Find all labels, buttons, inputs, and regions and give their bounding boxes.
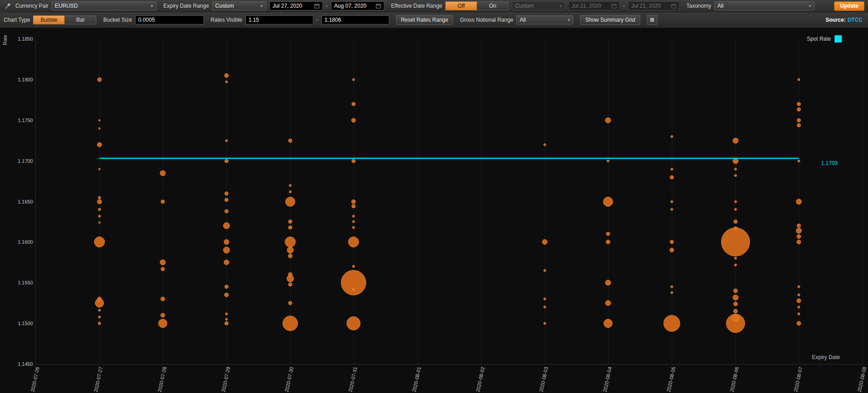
effective-on-button[interactable]: On [477, 1, 509, 10]
data-bubble[interactable] [225, 318, 228, 321]
data-bubble[interactable] [225, 80, 228, 83]
data-bubble[interactable] [733, 289, 738, 293]
data-bubble[interactable] [543, 269, 546, 272]
data-bubble[interactable] [224, 260, 229, 265]
data-bubble[interactable] [160, 170, 166, 176]
data-bubble[interactable] [670, 285, 673, 288]
data-bubble[interactable] [797, 298, 801, 303]
data-bubble[interactable] [285, 197, 295, 207]
data-bubble[interactable] [670, 291, 673, 294]
data-bubble[interactable] [225, 322, 229, 326]
expiry-to-date-input[interactable]: Aug 07, 2020 [331, 1, 384, 10]
rates-max-input[interactable] [321, 15, 389, 24]
data-bubble[interactable] [734, 168, 737, 170]
data-bubble[interactable] [97, 142, 102, 147]
currency-pair-select[interactable]: EURUSD ▼ [52, 1, 156, 10]
data-bubble[interactable] [288, 220, 292, 224]
data-bubble[interactable] [223, 247, 230, 254]
data-bubble[interactable] [797, 102, 801, 106]
data-bubble[interactable] [288, 272, 292, 277]
data-bubble[interactable] [98, 322, 101, 325]
data-bubble[interactable] [797, 224, 801, 228]
data-bubble[interactable] [797, 306, 800, 308]
rates-min-input[interactable] [245, 15, 313, 24]
data-bubble[interactable] [734, 200, 737, 203]
data-bubble[interactable] [98, 215, 101, 218]
data-bubble[interactable] [670, 200, 673, 203]
data-bubble[interactable] [605, 117, 611, 123]
data-bubble[interactable] [734, 257, 737, 260]
data-bubble[interactable] [158, 319, 167, 328]
data-bubble[interactable] [224, 293, 229, 297]
data-bubble[interactable] [543, 298, 546, 300]
export-grid-button[interactable] [647, 15, 657, 25]
data-bubble[interactable] [542, 239, 547, 245]
data-bubble[interactable] [352, 159, 356, 163]
expiry-from-date-input[interactable]: Jul 27, 2020 [269, 1, 323, 10]
update-button[interactable]: Update [834, 1, 864, 11]
data-bubble[interactable] [160, 297, 165, 301]
data-bubble[interactable] [225, 198, 229, 202]
data-bubble[interactable] [734, 174, 737, 177]
data-bubble[interactable] [288, 282, 292, 286]
data-bubble[interactable] [796, 228, 802, 234]
data-bubble[interactable] [94, 237, 105, 247]
data-bubble[interactable] [289, 184, 292, 187]
data-bubble[interactable] [98, 127, 100, 129]
expiry-date-range-select[interactable]: Custom ▼ [212, 1, 266, 10]
taxonomy-select[interactable]: All ▼ [714, 1, 815, 10]
data-bubble[interactable] [97, 199, 102, 204]
data-bubble[interactable] [733, 226, 737, 230]
data-bubble[interactable] [797, 240, 801, 244]
data-bubble[interactable] [797, 285, 800, 288]
data-bubble[interactable] [351, 118, 356, 123]
data-bubble[interactable] [287, 247, 293, 254]
data-bubble[interactable] [285, 237, 296, 247]
data-bubble[interactable] [543, 322, 546, 325]
data-bubble[interactable] [797, 78, 800, 81]
data-bubble[interactable] [352, 215, 355, 218]
data-bubble[interactable] [160, 260, 166, 265]
data-bubble[interactable] [670, 175, 674, 179]
data-bubble[interactable] [97, 297, 102, 301]
data-bubble[interactable] [161, 199, 165, 204]
data-bubble[interactable] [605, 300, 611, 306]
effective-date-range-select[interactable]: Custom ▼ [512, 1, 565, 10]
data-bubble[interactable] [734, 264, 737, 266]
data-bubble[interactable] [606, 232, 610, 236]
data-bubble[interactable] [225, 209, 229, 213]
effective-from-date-input[interactable]: Jul 21, 2020 [568, 1, 620, 10]
pin-icon[interactable] [4, 3, 12, 9]
data-bubble[interactable] [223, 223, 230, 229]
data-bubble[interactable] [797, 321, 801, 326]
data-bubble[interactable] [225, 139, 228, 142]
data-bubble[interactable] [347, 317, 361, 331]
data-bubble[interactable] [731, 314, 739, 322]
data-bubble[interactable] [606, 240, 610, 244]
data-bubble[interactable] [670, 208, 673, 211]
data-bubble[interactable] [605, 280, 611, 286]
data-bubble[interactable] [341, 270, 366, 295]
effective-to-date-input[interactable]: Jul 21, 2020 [628, 1, 679, 10]
data-bubble[interactable] [348, 237, 359, 247]
data-bubble[interactable] [288, 226, 292, 230]
effective-off-button[interactable]: Off [445, 1, 477, 10]
chart-type-bar-button[interactable]: Bar [65, 15, 96, 24]
data-bubble[interactable] [351, 199, 356, 204]
data-bubble[interactable] [604, 319, 613, 328]
data-bubble[interactable] [721, 227, 750, 256]
data-bubble[interactable] [98, 316, 101, 318]
data-bubble[interactable] [98, 196, 101, 199]
data-bubble[interactable] [288, 254, 292, 258]
data-bubble[interactable] [603, 197, 613, 207]
gross-notional-range-select[interactable]: All ▼ [516, 15, 573, 24]
data-bubble[interactable] [288, 301, 292, 305]
data-bubble[interactable] [543, 143, 546, 146]
data-bubble[interactable] [797, 313, 800, 315]
data-bubble[interactable] [352, 102, 356, 106]
data-bubble[interactable] [796, 199, 802, 204]
data-bubble[interactable] [732, 294, 738, 300]
data-bubble[interactable] [352, 265, 355, 268]
data-bubble[interactable] [734, 208, 737, 211]
data-bubble[interactable] [98, 222, 100, 224]
